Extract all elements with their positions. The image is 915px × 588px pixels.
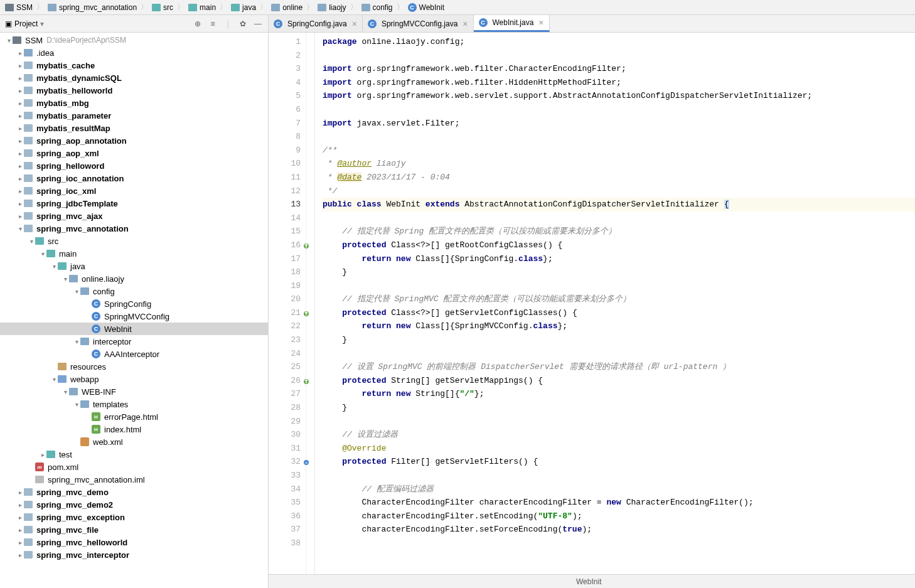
breadcrumb-item[interactable]: online: [269, 3, 305, 12]
breadcrumb-item[interactable]: liaojy: [315, 3, 348, 12]
tree-node[interactable]: ▸spring_aop_annotation: [0, 134, 268, 147]
tree-node[interactable]: ▾src: [0, 235, 268, 247]
override-gutter-icon[interactable]: [303, 376, 309, 382]
tree-arrow-icon[interactable]: ▸: [16, 87, 24, 94]
tree-node[interactable]: ▸spring_mvc_demo2: [0, 498, 268, 511]
tree-arrow-icon[interactable]: ▾: [16, 225, 24, 232]
tree-node[interactable]: spring_mvc_annotation.iml: [0, 473, 268, 486]
tree-node[interactable]: ▸spring_aop_xml: [0, 147, 268, 159]
settings-icon[interactable]: ✿: [238, 19, 248, 29]
tree-node[interactable]: ▾java: [0, 260, 268, 272]
tree-arrow-icon[interactable]: ▾: [50, 376, 58, 383]
editor-tab[interactable]: CSpringConfig.java×: [269, 15, 363, 32]
tree-node[interactable]: ▸spring_ioc_xml: [0, 184, 268, 197]
project-tree[interactable]: ▾SSMD:\ideaPorject\Apr\SSM▸.idea▸mybatis…: [0, 33, 268, 588]
editor-tab[interactable]: CSpringMVCConfig.java×: [363, 15, 474, 32]
dropdown-icon[interactable]: ▾: [40, 19, 44, 28]
tree-node[interactable]: ▸spring_ioc_annotation: [0, 172, 268, 184]
tree-node[interactable]: CSpringMVCConfig: [0, 310, 268, 323]
tree-arrow-icon[interactable]: ▸: [16, 50, 24, 56]
breadcrumb-item[interactable]: src: [149, 3, 176, 12]
tree-node[interactable]: CSpringConfig: [0, 297, 268, 310]
close-icon[interactable]: ×: [538, 18, 543, 28]
tree-arrow-icon[interactable]: ▸: [16, 100, 24, 107]
tree-node[interactable]: ▸mybatis_mbg: [0, 97, 268, 109]
tree-node[interactable]: ▸spring_mvc_helloworld: [0, 536, 268, 548]
tree-node[interactable]: CWebInit: [0, 323, 268, 335]
tree-node[interactable]: ▾templates: [0, 398, 268, 410]
tree-arrow-icon[interactable]: ▾: [5, 37, 13, 44]
tree-node[interactable]: ▾SSMD:\ideaPorject\Apr\SSM: [0, 34, 268, 46]
tree-arrow-icon[interactable]: ▾: [73, 401, 80, 408]
tree-node[interactable]: ▸mybatis_parameter: [0, 109, 268, 122]
hide-icon[interactable]: —: [253, 19, 263, 29]
tree-node[interactable]: ▸spring_mvc_interceptor: [0, 548, 268, 561]
tree-node[interactable]: ▸spring_mvc_exception: [0, 511, 268, 523]
editor[interactable]: 1234567891011121314151617181920212223242…: [269, 33, 915, 574]
tree-arrow-icon[interactable]: ▾: [73, 288, 80, 295]
tree-node[interactable]: ▸spring_helloword: [0, 159, 268, 172]
tree-arrow-icon[interactable]: ▸: [16, 62, 24, 69]
expand-all-icon[interactable]: ≡: [208, 19, 218, 29]
tree-arrow-icon[interactable]: ▸: [16, 137, 24, 144]
tree-arrow-icon[interactable]: ▸: [16, 150, 24, 157]
code-area[interactable]: package online.liaojy.config; import org…: [315, 33, 915, 574]
tree-node[interactable]: ▸mybatis_cache: [0, 59, 268, 72]
breadcrumb-item[interactable]: SSM: [3, 3, 35, 12]
tree-node[interactable]: ▸mybatis_helloworld: [0, 84, 268, 97]
override-gutter-icon[interactable]: [303, 308, 309, 314]
tree-node[interactable]: ▸spring_mvc_ajax: [0, 210, 268, 222]
tree-arrow-icon[interactable]: ▸: [16, 552, 24, 559]
tree-arrow-icon[interactable]: ▾: [28, 238, 35, 245]
tree-arrow-icon[interactable]: ▸: [16, 213, 24, 220]
tree-arrow-icon[interactable]: ▸: [16, 501, 24, 508]
tree-arrow-icon[interactable]: ▸: [16, 514, 24, 521]
breadcrumb-item[interactable]: main: [186, 3, 218, 12]
tree-node[interactable]: web.xml: [0, 436, 268, 448]
tree-arrow-icon[interactable]: ▸: [16, 175, 24, 182]
select-opened-file-icon[interactable]: ⊕: [193, 19, 203, 29]
tree-node[interactable]: ▾spring_mvc_annotation: [0, 222, 268, 235]
tree-arrow-icon[interactable]: ▸: [16, 200, 24, 207]
tree-arrow-icon[interactable]: ▸: [16, 188, 24, 195]
tree-arrow-icon[interactable]: ▸: [16, 489, 24, 496]
tree-arrow-icon[interactable]: ▸: [16, 112, 24, 119]
tree-arrow-icon[interactable]: ▾: [62, 275, 69, 282]
override-gutter-icon[interactable]: [303, 240, 309, 247]
tree-arrow-icon[interactable]: ▸: [16, 75, 24, 82]
breadcrumb-item[interactable]: CWebInit: [405, 3, 447, 12]
tree-node[interactable]: ▾main: [0, 247, 268, 260]
tree-arrow-icon[interactable]: ▾: [39, 250, 46, 257]
tree-arrow-icon[interactable]: ▸: [16, 163, 24, 169]
tree-node[interactable]: ▸mybatis_resultMap: [0, 122, 268, 134]
tree-arrow-icon[interactable]: ▸: [39, 451, 46, 458]
tree-node[interactable]: ▸.idea: [0, 46, 268, 59]
breadcrumb-item[interactable]: java: [228, 3, 259, 12]
tree-arrow-icon[interactable]: ▾: [50, 263, 58, 270]
tree-node[interactable]: resources: [0, 360, 268, 373]
tree-node[interactable]: ▾WEB-INF: [0, 385, 268, 398]
tree-node[interactable]: ▸mybatis_dynamicSQL: [0, 72, 268, 84]
tree-node[interactable]: ▸spring_mvc_demo: [0, 486, 268, 498]
tree-arrow-icon[interactable]: ▾: [62, 388, 69, 395]
project-title[interactable]: Project: [14, 19, 38, 28]
breadcrumb-item[interactable]: config: [359, 3, 395, 12]
tree-arrow-icon[interactable]: ▸: [16, 527, 24, 533]
tree-node[interactable]: ▸spring_jdbcTemplate: [0, 197, 268, 210]
tree-node[interactable]: ▸test: [0, 448, 268, 461]
tree-node[interactable]: ▾webapp: [0, 373, 268, 385]
tree-node[interactable]: mpom.xml: [0, 461, 268, 473]
gutter[interactable]: 1234567891011121314151617181920212223242…: [269, 33, 306, 574]
tree-node[interactable]: HerrorPage.html: [0, 410, 268, 423]
tree-node[interactable]: Hindex.html: [0, 423, 268, 436]
tree-arrow-icon[interactable]: ▸: [16, 125, 24, 132]
fold-column[interactable]: [306, 33, 315, 574]
tree-node[interactable]: CAAAInterceptor: [0, 348, 268, 360]
breadcrumb-item[interactable]: spring_mvc_annotation: [45, 3, 139, 12]
tree-node[interactable]: ▸spring_mvc_file: [0, 523, 268, 536]
tree-node[interactable]: ▾online.liaojy: [0, 272, 268, 285]
editor-tab[interactable]: CWebInit.java×: [474, 15, 550, 32]
close-icon[interactable]: ×: [463, 19, 468, 29]
tree-arrow-icon[interactable]: ▾: [73, 338, 80, 345]
close-icon[interactable]: ×: [352, 19, 357, 29]
